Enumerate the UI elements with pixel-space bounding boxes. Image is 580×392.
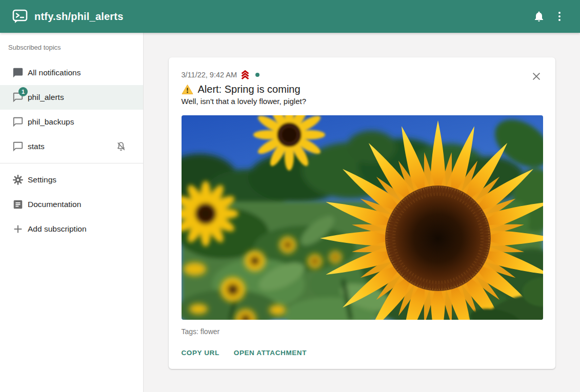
chat-bubble-outline-icon — [12, 116, 24, 128]
close-notification-icon[interactable] — [530, 70, 543, 83]
sidebar-item-phil-alerts[interactable]: 1 phil_alerts — [0, 85, 143, 110]
sidebar-item-all-notifications[interactable]: All notifications — [0, 60, 143, 85]
sidebar: Subscribed topics All notifications 1 ph… — [0, 33, 144, 392]
unread-count-badge: 1 — [18, 87, 28, 96]
attachment-image-sunflower[interactable] — [182, 115, 543, 320]
sidebar-item-label: Add subscription — [28, 224, 87, 234]
chat-bubble-outline-icon: 1 — [12, 91, 24, 104]
notification-title-row: Alert: Spring is coming — [182, 84, 543, 95]
overflow-menu-icon[interactable] — [549, 6, 570, 27]
sidebar-item-add-subscription[interactable]: Add subscription — [0, 217, 143, 241]
notification-body: Well, isn't that a lovely flower, piglet… — [182, 97, 543, 106]
sidebar-item-stats[interactable]: stats — [0, 134, 143, 159]
sidebar-item-label: Settings — [28, 175, 56, 184]
sidebar-item-label: stats — [28, 142, 45, 151]
notification-tags: Tags: flower — [182, 327, 543, 336]
priority-high-icon — [239, 69, 251, 80]
sidebar-item-phil-backups[interactable]: phil_backups — [0, 110, 143, 134]
copy-url-button[interactable]: COPY URL — [182, 349, 219, 357]
notifications-bell-icon[interactable] — [529, 6, 549, 27]
notification-meta: 3/11/22, 9:42 AM — [182, 70, 543, 79]
warning-triangle-icon — [182, 84, 193, 95]
gear-icon — [12, 174, 24, 186]
sidebar-item-label: Documentation — [28, 200, 81, 209]
notification-title: Alert: Spring is coming — [198, 84, 301, 95]
subscribed-topics-label: Subscribed topics — [0, 42, 143, 52]
chat-bubble-outline-icon — [12, 140, 24, 153]
sidebar-item-documentation[interactable]: Documentation — [0, 192, 143, 217]
sidebar-divider — [0, 163, 143, 163]
sidebar-item-label: phil_backups — [28, 117, 74, 127]
sidebar-item-label: phil_alerts — [28, 93, 64, 102]
notification-actions: COPY URL OPEN ATTACHMENT — [182, 349, 543, 357]
chat-bubble-filled-icon — [12, 67, 24, 79]
new-notification-dot-icon — [255, 73, 259, 77]
sidebar-item-label: All notifications — [28, 68, 81, 77]
app-title: ntfy.sh/phil_alerts — [34, 11, 123, 23]
article-icon — [12, 198, 24, 211]
main-content: 3/11/22, 9:42 AM — [144, 33, 580, 392]
app-bar: ntfy.sh/phil_alerts — [0, 0, 580, 33]
bell-off-icon — [115, 141, 127, 152]
timestamp: 3/11/22, 9:42 AM — [182, 71, 237, 79]
plus-icon — [12, 223, 24, 235]
notification-card: 3/11/22, 9:42 AM — [169, 57, 555, 369]
ntfy-terminal-logo-icon[interactable] — [12, 9, 28, 24]
open-attachment-button[interactable]: OPEN ATTACHMENT — [234, 349, 307, 357]
sidebar-item-settings[interactable]: Settings — [0, 168, 143, 192]
